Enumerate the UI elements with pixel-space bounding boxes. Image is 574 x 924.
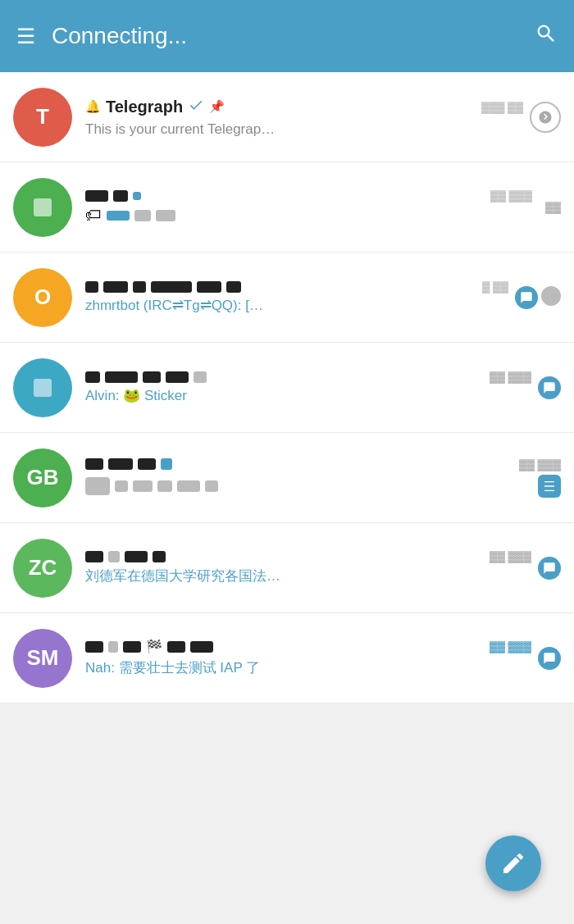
chat-preview-row: 🏷	[85, 206, 532, 225]
chat-content: ▓▓ ▓▓▓ 刘德军在德国大学研究各国法…	[85, 550, 531, 585]
list-item[interactable]: ▓▓ ▓▓▓ 🏷 ▓▓	[0, 162, 574, 253]
topbar-title: Connecting...	[52, 23, 518, 49]
avatar: SM	[13, 629, 72, 688]
chat-name: 🔔 Telegraph 📌	[85, 97, 225, 117]
chat-preview: Nah: 需要壮士去测试 IAP 了	[85, 658, 438, 677]
list-item[interactable]: SM 🏁 ▓▓ ▓▓▓ Nah: 需要壮士去测试 IAP 了	[0, 613, 574, 703]
list-item[interactable]: ▓▓ ▓▓▓ Alvin: 🐸 Sticker	[0, 343, 574, 433]
chat-preview-row	[85, 475, 561, 498]
chat-time: ▓▓ ▓▓▓	[519, 458, 561, 471]
chat-time: ▓▓ ▓▓▓	[490, 550, 531, 562]
chat-content: 🔔 Telegraph 📌 ▓▓▓ ▓▓ This is your curren…	[85, 97, 523, 138]
chat-name: 🏁	[85, 639, 213, 654]
search-icon[interactable]	[535, 22, 558, 51]
chat-name	[85, 281, 241, 293]
avatar: O	[13, 268, 72, 327]
list-item[interactable]: T 🔔 Telegraph 📌 ▓▓▓ ▓▓ This is your curr…	[0, 72, 574, 162]
avatar: GB	[13, 448, 72, 508]
verified-icon	[188, 97, 204, 117]
menu-icon[interactable]: ☰	[16, 24, 35, 49]
chat-right	[538, 557, 561, 580]
chat-time: ▓ ▓▓	[482, 280, 508, 293]
avatar	[13, 358, 72, 417]
chat-name	[85, 458, 172, 470]
chat-content: ▓▓ ▓▓▓ Alvin: 🐸 Sticker	[85, 371, 531, 404]
chat-right: ▓▓	[539, 201, 561, 213]
chat-content: ▓▓ ▓▓▓	[85, 458, 561, 498]
chat-preview: zhmrtbot (IRC⇌Tg⇌QQ): […	[85, 297, 438, 314]
chat-preview: This is your current Telegrap…	[85, 121, 438, 138]
chat-preview: Alvin: 🐸 Sticker	[85, 387, 438, 404]
list-item[interactable]: ZC ▓▓ ▓▓▓ 刘德军在德国大学研究各国法…	[0, 523, 574, 613]
list-item[interactable]: O ▓ ▓▓ zhmrtbot (IRC⇌Tg⇌QQ): […	[0, 253, 574, 343]
chat-time: ▓▓ ▓▓▓	[490, 189, 532, 202]
chat-name	[85, 551, 166, 562]
chat-name	[85, 371, 207, 383]
chat-content: 🏁 ▓▓ ▓▓▓ Nah: 需要壮士去测试 IAP 了	[85, 639, 531, 677]
chat-name	[85, 190, 141, 202]
chat-right	[515, 286, 561, 309]
avatar: ZC	[13, 539, 72, 598]
chat-content: ▓▓ ▓▓▓ 🏷	[85, 189, 532, 225]
avatar	[13, 178, 72, 237]
chat-right	[530, 102, 561, 133]
topbar: ☰ Connecting...	[0, 0, 574, 72]
nav-arrow-icon	[530, 102, 561, 133]
chat-preview: 刘德军在德国大学研究各国法…	[85, 567, 438, 585]
chat-list: T 🔔 Telegraph 📌 ▓▓▓ ▓▓ This is your curr…	[0, 72, 574, 703]
list-item[interactable]: GB ▓▓ ▓▓▓	[0, 433, 574, 523]
chat-content: ▓ ▓▓ zhmrtbot (IRC⇌Tg⇌QQ): […	[85, 280, 508, 314]
pin-icon: 📌	[209, 99, 225, 114]
speaker-icon: 🔔	[85, 99, 101, 114]
chat-right	[538, 647, 561, 670]
chat-time: ▓▓ ▓▓▓	[490, 371, 531, 383]
chat-time: ▓▓ ▓▓▓	[490, 640, 531, 653]
chat-right	[538, 376, 561, 399]
avatar: T	[13, 88, 72, 147]
compose-fab[interactable]	[485, 835, 541, 891]
chat-time: ▓▓▓ ▓▓	[481, 101, 523, 113]
